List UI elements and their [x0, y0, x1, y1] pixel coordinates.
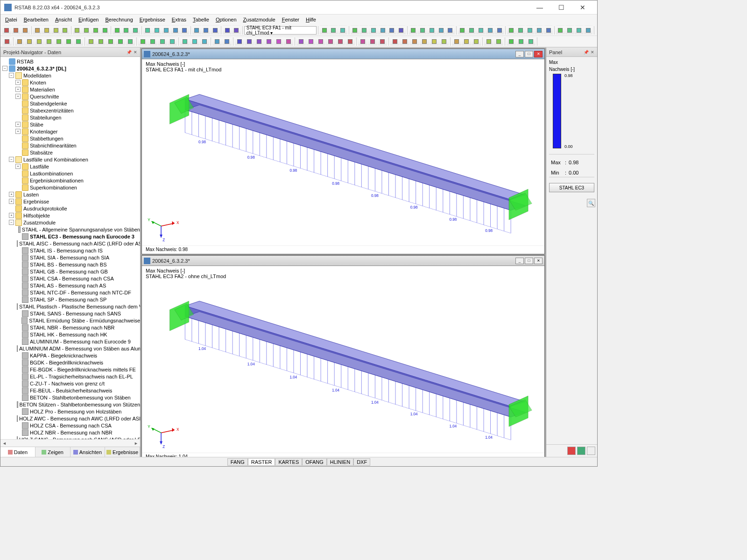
toolbar-button[interactable]: [2, 26, 11, 35]
toolbar-button[interactable]: [232, 26, 241, 35]
tree-node[interactable]: ALUMINIUM ADM - Bemessung von Stäben aus…: [0, 345, 140, 352]
toolbar-button[interactable]: [420, 37, 429, 46]
status-tab-ofang[interactable]: OFANG: [302, 458, 327, 466]
toolbar-button[interactable]: [329, 26, 338, 35]
toolbar-button[interactable]: [427, 26, 436, 35]
maximize-button[interactable]: ☐: [550, 1, 572, 14]
tree-node[interactable]: +Lasten: [0, 191, 140, 198]
toolbar-button[interactable]: [565, 26, 574, 35]
toolbar-button[interactable]: [397, 26, 406, 35]
toolbar-button[interactable]: [575, 26, 584, 35]
tree-node[interactable]: STAHL - Allgemeine Spannungsanalyse von …: [0, 226, 140, 233]
toolbar-button[interactable]: [202, 26, 211, 35]
toolbar-button[interactable]: [400, 37, 409, 46]
toolbar-button[interactable]: [274, 37, 283, 46]
view-min-button[interactable]: _: [515, 51, 524, 57]
toolbar-button[interactable]: [122, 26, 131, 35]
toolbar-button[interactable]: [54, 37, 63, 46]
toolbar-button[interactable]: [100, 26, 109, 35]
status-tab-kartes[interactable]: KARTES: [275, 458, 302, 466]
tree-node[interactable]: BETON Stützen - Stahlbetonbemessung von …: [0, 401, 140, 408]
tree-node[interactable]: −Lastfälle und Kombinationen: [0, 156, 140, 163]
toolbar-button[interactable]: [15, 37, 24, 46]
toolbar-button[interactable]: [345, 37, 355, 46]
toolbar-button[interactable]: [91, 26, 100, 35]
toolbar-button[interactable]: [507, 37, 516, 46]
panel-module-button[interactable]: STAHL EC3: [549, 183, 594, 192]
toolbar-button[interactable]: [96, 37, 106, 46]
tree-node[interactable]: Ausdruckprotokolle: [0, 205, 140, 212]
toolbar-button[interactable]: [378, 26, 387, 35]
toolbar-button[interactable]: [168, 37, 177, 46]
toolbar-button[interactable]: [296, 37, 306, 46]
toolbar-button[interactable]: [462, 37, 471, 46]
toolbar-button[interactable]: [131, 26, 140, 35]
toolbar-button[interactable]: [430, 37, 439, 46]
toolbar-button[interactable]: [556, 26, 565, 35]
toolbar-button[interactable]: [148, 37, 157, 46]
toolbar-button[interactable]: [61, 26, 70, 35]
toolbar-button[interactable]: [74, 37, 83, 46]
tree-node[interactable]: +Stäbe: [0, 121, 140, 128]
toolbar-button[interactable]: [162, 26, 170, 35]
tree-node[interactable]: Stabnichtlinearitäten: [0, 142, 140, 149]
tree-node[interactable]: STAHL NTC-DF - Bemessung nach NTC-DF: [0, 289, 140, 296]
tree-node[interactable]: STAHL SP - Bemessung nach SP: [0, 296, 140, 303]
toolbar-button[interactable]: [21, 26, 30, 35]
tree-node[interactable]: Stabsätze: [0, 149, 140, 156]
nav-close-icon[interactable]: ✕: [134, 50, 137, 55]
tree-node[interactable]: RSTAB: [0, 58, 140, 65]
nav-tab-daten[interactable]: Daten: [0, 447, 35, 457]
toolbar-button[interactable]: [192, 26, 201, 35]
tree-node[interactable]: STAHL IS - Bemessung nach IS: [0, 247, 140, 254]
tree-node[interactable]: STAHL HK - Bemessung nach HK: [0, 331, 140, 338]
menu-optionen[interactable]: Optionen: [213, 16, 240, 23]
3d-canvas[interactable]: 0.980.980.980.980.980.980.980.98XYZ: [142, 72, 544, 245]
toolbar-button[interactable]: [152, 26, 161, 35]
tree-node[interactable]: FE-BGDK - Biegedrillknicknachweis mittel…: [0, 366, 140, 373]
tree-node[interactable]: Lastkombinationen: [0, 170, 140, 177]
toolbar-button[interactable]: [180, 37, 190, 46]
tree-node[interactable]: BGDK - Biegedrillknicknachweis: [0, 359, 140, 366]
toolbar-button[interactable]: [254, 37, 264, 46]
panel-foot-btn-1[interactable]: [567, 447, 576, 455]
toolbar-case-combo[interactable]: STAHL EC3 FA1 - mit chi_LTmod ▾: [244, 26, 317, 35]
menu-einfügen[interactable]: Einfügen: [76, 16, 101, 23]
tree-node[interactable]: STAHL Ermüdung Stäbe - Ermüdungsnachweis…: [0, 317, 140, 324]
tree-node[interactable]: Stabexzentrizitäten: [0, 107, 140, 114]
view-min-button[interactable]: _: [515, 258, 524, 264]
tree-node[interactable]: Stabteilungen: [0, 114, 140, 121]
toolbar-button[interactable]: [584, 26, 593, 35]
toolbar-button[interactable]: [158, 37, 167, 46]
nav-tab-zeigen[interactable]: Zeigen: [35, 447, 70, 457]
status-tab-raster[interactable]: RASTER: [248, 458, 275, 466]
toolbar-button[interactable]: [284, 37, 293, 46]
toolbar-button[interactable]: [116, 37, 125, 46]
toolbar-button[interactable]: [446, 26, 455, 35]
toolbar-button[interactable]: [535, 26, 543, 35]
view-max-button[interactable]: □: [525, 51, 533, 57]
tree-node[interactable]: −200624_6.3.2.3* [DL]: [0, 65, 140, 72]
panel-close-icon[interactable]: ✕: [591, 50, 594, 55]
toolbar-button[interactable]: [113, 26, 121, 35]
toolbar-button[interactable]: [486, 26, 494, 35]
tree-node[interactable]: STAHL CSA - Bemessung nach CSA: [0, 275, 140, 282]
toolbar-button[interactable]: [82, 26, 91, 35]
tree-node[interactable]: STAHL SANS - Bemessung nach SANS: [0, 310, 140, 317]
panel-zoom-icon[interactable]: 🔍: [587, 199, 595, 207]
toolbar-button[interactable]: [516, 37, 526, 46]
toolbar-button[interactable]: [507, 26, 516, 35]
view-max-button[interactable]: □: [525, 258, 533, 264]
toolbar-button[interactable]: [458, 26, 467, 35]
toolbar-button[interactable]: [526, 37, 536, 46]
tree-node[interactable]: +Knotenlager: [0, 128, 140, 135]
tree-node[interactable]: HOLZ CSA - Bemessung nach CSA: [0, 422, 140, 429]
toolbar-button[interactable]: [106, 37, 115, 46]
menu-bearbeiten[interactable]: Bearbeiten: [21, 16, 51, 23]
toolbar-button[interactable]: [2, 37, 12, 46]
toolbar-button[interactable]: [211, 26, 219, 35]
tree-node[interactable]: STAHL GB - Bemessung nach GB: [0, 268, 140, 275]
toolbar-button[interactable]: [223, 26, 232, 35]
toolbar-button[interactable]: [351, 26, 359, 35]
tree-node[interactable]: −Modelldaten: [0, 72, 140, 79]
